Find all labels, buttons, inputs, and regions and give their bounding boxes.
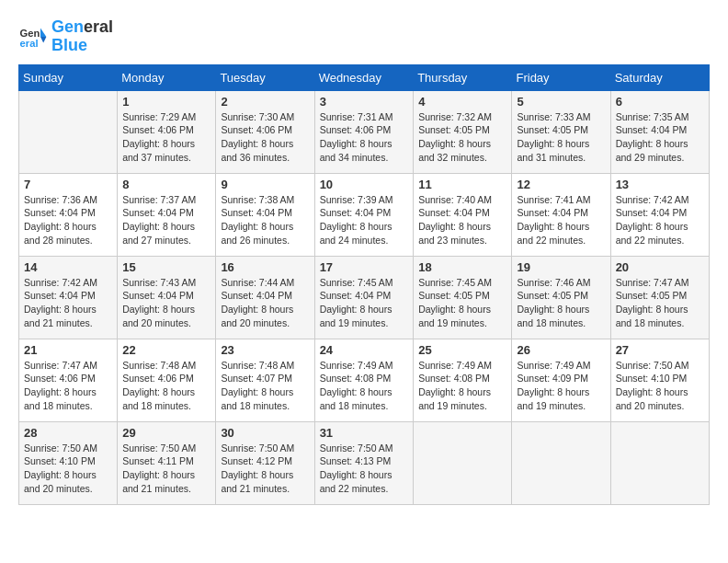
day-detail: Sunrise: 7:50 AMSunset: 4:11 PMDaylight:… (122, 442, 210, 496)
day-number: 11 (418, 178, 506, 191)
day-number: 2 (221, 95, 309, 109)
day-number: 10 (320, 178, 409, 191)
logo-icon: Gen eral (18, 22, 48, 52)
day-detail: Sunrise: 7:50 AMSunset: 4:12 PMDaylight:… (221, 442, 309, 496)
day-detail: Sunrise: 7:29 AMSunset: 4:06 PMDaylight:… (122, 110, 210, 165)
day-number: 29 (122, 426, 210, 440)
day-cell: 8 Sunrise: 7:37 AMSunset: 4:04 PMDayligh… (118, 173, 216, 256)
day-number: 26 (517, 343, 605, 357)
header-tuesday: Tuesday (216, 64, 314, 90)
day-detail: Sunrise: 7:50 AMSunset: 4:13 PMDaylight:… (320, 442, 409, 496)
day-number: 15 (122, 260, 210, 274)
day-cell: 24 Sunrise: 7:49 AMSunset: 4:08 PMDaylig… (314, 339, 414, 421)
day-number: 12 (517, 178, 605, 191)
day-number: 4 (418, 95, 506, 109)
header-monday: Monday (118, 64, 216, 90)
day-cell: 2 Sunrise: 7:30 AMSunset: 4:06 PMDayligh… (216, 90, 314, 173)
day-cell (19, 90, 118, 173)
day-detail: Sunrise: 7:47 AMSunset: 4:05 PMDaylight:… (616, 276, 704, 330)
day-cell: 13 Sunrise: 7:42 AMSunset: 4:04 PMDaylig… (610, 173, 709, 256)
week-row-4: 28 Sunrise: 7:50 AMSunset: 4:10 PMDaylig… (19, 421, 710, 504)
day-number: 22 (122, 343, 210, 357)
day-cell (512, 421, 610, 504)
day-cell: 11 Sunrise: 7:40 AMSunset: 4:04 PMDaylig… (414, 173, 512, 256)
day-cell: 3 Sunrise: 7:31 AMSunset: 4:06 PMDayligh… (314, 90, 414, 173)
calendar-table: SundayMondayTuesdayWednesdayThursdayFrid… (18, 64, 710, 505)
day-detail: Sunrise: 7:41 AMSunset: 4:04 PMDaylight:… (517, 193, 605, 247)
day-number: 14 (24, 260, 112, 274)
day-number: 5 (517, 95, 605, 109)
week-row-3: 21 Sunrise: 7:47 AMSunset: 4:06 PMDaylig… (19, 339, 710, 421)
day-cell: 5 Sunrise: 7:33 AMSunset: 4:05 PMDayligh… (512, 90, 610, 173)
week-row-1: 7 Sunrise: 7:36 AMSunset: 4:04 PMDayligh… (19, 173, 710, 256)
day-number: 28 (24, 426, 112, 440)
day-detail: Sunrise: 7:35 AMSunset: 4:04 PMDaylight:… (616, 110, 704, 165)
day-number: 9 (221, 178, 309, 191)
day-number: 27 (616, 343, 704, 357)
day-cell: 18 Sunrise: 7:45 AMSunset: 4:05 PMDaylig… (414, 256, 512, 339)
day-detail: Sunrise: 7:49 AMSunset: 4:09 PMDaylight:… (517, 359, 605, 413)
day-detail: Sunrise: 7:30 AMSunset: 4:06 PMDaylight:… (221, 110, 309, 165)
day-number: 24 (320, 343, 409, 357)
day-detail: Sunrise: 7:43 AMSunset: 4:04 PMDaylight:… (122, 276, 210, 330)
header-saturday: Saturday (610, 64, 709, 90)
day-cell: 14 Sunrise: 7:42 AMSunset: 4:04 PMDaylig… (19, 256, 118, 339)
day-number: 31 (320, 426, 409, 440)
day-cell: 12 Sunrise: 7:41 AMSunset: 4:04 PMDaylig… (512, 173, 610, 256)
day-cell: 25 Sunrise: 7:49 AMSunset: 4:08 PMDaylig… (414, 339, 512, 421)
day-cell: 21 Sunrise: 7:47 AMSunset: 4:06 PMDaylig… (19, 339, 118, 421)
day-number: 16 (221, 260, 309, 274)
day-detail: Sunrise: 7:45 AMSunset: 4:05 PMDaylight:… (418, 276, 506, 330)
day-detail: Sunrise: 7:45 AMSunset: 4:04 PMDaylight:… (320, 276, 409, 330)
day-detail: Sunrise: 7:47 AMSunset: 4:06 PMDaylight:… (24, 359, 112, 413)
day-number: 25 (418, 343, 506, 357)
day-detail: Sunrise: 7:48 AMSunset: 4:07 PMDaylight:… (221, 359, 309, 413)
day-detail: Sunrise: 7:42 AMSunset: 4:04 PMDaylight:… (616, 193, 704, 247)
day-detail: Sunrise: 7:42 AMSunset: 4:04 PMDaylight:… (24, 276, 112, 330)
day-cell: 29 Sunrise: 7:50 AMSunset: 4:11 PMDaylig… (118, 421, 216, 504)
day-cell (414, 421, 512, 504)
svg-text:eral: eral (20, 38, 39, 49)
day-detail: Sunrise: 7:44 AMSunset: 4:04 PMDaylight:… (221, 276, 309, 330)
day-cell: 31 Sunrise: 7:50 AMSunset: 4:13 PMDaylig… (314, 421, 414, 504)
day-cell: 6 Sunrise: 7:35 AMSunset: 4:04 PMDayligh… (610, 90, 709, 173)
day-cell: 9 Sunrise: 7:38 AMSunset: 4:04 PMDayligh… (216, 173, 314, 256)
day-cell: 10 Sunrise: 7:39 AMSunset: 4:04 PMDaylig… (314, 173, 414, 256)
day-detail: Sunrise: 7:39 AMSunset: 4:04 PMDaylight:… (320, 193, 409, 247)
day-number: 1 (122, 95, 210, 109)
week-row-2: 14 Sunrise: 7:42 AMSunset: 4:04 PMDaylig… (19, 256, 710, 339)
day-number: 13 (616, 178, 704, 191)
day-number: 6 (616, 95, 704, 109)
day-number: 7 (24, 178, 112, 191)
day-detail: Sunrise: 7:48 AMSunset: 4:06 PMDaylight:… (122, 359, 210, 413)
day-cell: 30 Sunrise: 7:50 AMSunset: 4:12 PMDaylig… (216, 421, 314, 504)
day-cell: 17 Sunrise: 7:45 AMSunset: 4:04 PMDaylig… (314, 256, 414, 339)
day-number: 21 (24, 343, 112, 357)
day-detail: Sunrise: 7:36 AMSunset: 4:04 PMDaylight:… (24, 193, 112, 247)
day-detail: Sunrise: 7:50 AMSunset: 4:10 PMDaylight:… (616, 359, 704, 413)
page-header: Gen eral GeneralBlue (18, 18, 710, 55)
week-row-0: 1 Sunrise: 7:29 AMSunset: 4:06 PMDayligh… (19, 90, 710, 173)
day-cell: 4 Sunrise: 7:32 AMSunset: 4:05 PMDayligh… (414, 90, 512, 173)
day-detail: Sunrise: 7:50 AMSunset: 4:10 PMDaylight:… (24, 442, 112, 496)
day-detail: Sunrise: 7:38 AMSunset: 4:04 PMDaylight:… (221, 193, 309, 247)
day-detail: Sunrise: 7:49 AMSunset: 4:08 PMDaylight:… (418, 359, 506, 413)
day-cell: 20 Sunrise: 7:47 AMSunset: 4:05 PMDaylig… (610, 256, 709, 339)
day-detail: Sunrise: 7:37 AMSunset: 4:04 PMDaylight:… (122, 193, 210, 247)
day-detail: Sunrise: 7:46 AMSunset: 4:05 PMDaylight:… (517, 276, 605, 330)
header-thursday: Thursday (414, 64, 512, 90)
day-number: 17 (320, 260, 409, 274)
day-cell: 28 Sunrise: 7:50 AMSunset: 4:10 PMDaylig… (19, 421, 118, 504)
day-cell: 26 Sunrise: 7:49 AMSunset: 4:09 PMDaylig… (512, 339, 610, 421)
day-detail: Sunrise: 7:33 AMSunset: 4:05 PMDaylight:… (517, 110, 605, 165)
day-cell (610, 421, 709, 504)
svg-marker-2 (40, 28, 46, 37)
day-cell: 27 Sunrise: 7:50 AMSunset: 4:10 PMDaylig… (610, 339, 709, 421)
day-detail: Sunrise: 7:31 AMSunset: 4:06 PMDaylight:… (320, 110, 409, 165)
svg-marker-3 (40, 37, 46, 42)
day-detail: Sunrise: 7:32 AMSunset: 4:05 PMDaylight:… (418, 110, 506, 165)
day-cell: 1 Sunrise: 7:29 AMSunset: 4:06 PMDayligh… (118, 90, 216, 173)
day-number: 19 (517, 260, 605, 274)
day-cell: 15 Sunrise: 7:43 AMSunset: 4:04 PMDaylig… (118, 256, 216, 339)
day-cell: 16 Sunrise: 7:44 AMSunset: 4:04 PMDaylig… (216, 256, 314, 339)
